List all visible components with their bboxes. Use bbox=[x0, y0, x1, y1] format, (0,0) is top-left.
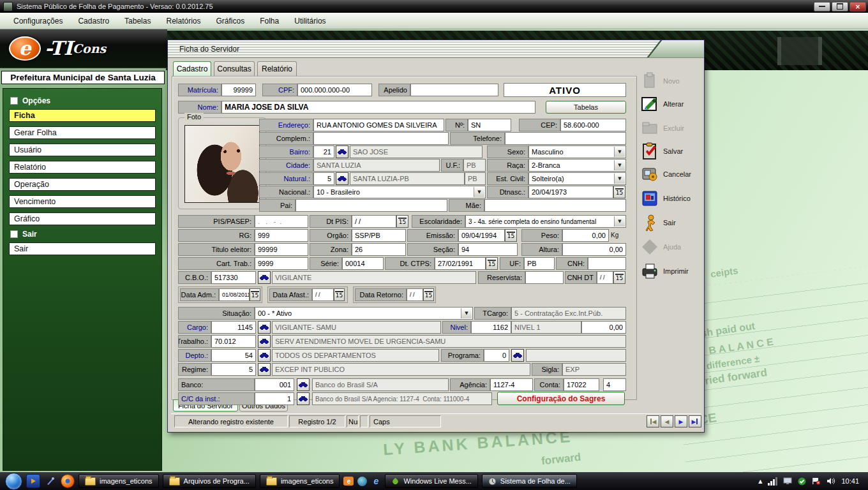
dtnasc-calendar-button[interactable]: 15 bbox=[613, 186, 625, 198]
network-signal-icon[interactable] bbox=[768, 477, 777, 486]
salvar-button[interactable]: Salvar bbox=[641, 141, 702, 161]
close-button[interactable]: × bbox=[849, 2, 866, 11]
utrabalho-code-input[interactable]: 70.012 bbox=[211, 335, 256, 348]
titulo-input[interactable]: 99999 bbox=[255, 243, 308, 256]
programa-code-input[interactable]: 0 bbox=[484, 349, 509, 362]
nav-first-button[interactable]: ◀ bbox=[647, 415, 659, 427]
complem-input[interactable] bbox=[313, 132, 449, 145]
natural-code-input[interactable]: 5 bbox=[313, 172, 334, 185]
peso-input[interactable]: 0,00 bbox=[562, 229, 609, 242]
taskbar-button-imagens2[interactable]: imagens_eticons bbox=[260, 474, 340, 488]
estcivil-select[interactable]: Solteiro(a) ▼ bbox=[528, 172, 626, 185]
volume-icon[interactable] bbox=[827, 477, 835, 485]
orgao-input[interactable]: SSP/PB bbox=[352, 229, 406, 242]
depto-lookup-button[interactable] bbox=[258, 349, 271, 362]
cargo-code-input[interactable]: 1145 bbox=[211, 321, 256, 334]
show-hidden-icons[interactable]: ▲ bbox=[758, 479, 762, 484]
cbo-code-input[interactable]: 517330 bbox=[211, 271, 256, 284]
emule-icon[interactable]: e bbox=[343, 477, 354, 486]
menu-tabelas[interactable]: Tabelas bbox=[117, 15, 158, 27]
apelido-input[interactable] bbox=[410, 84, 498, 96]
cbo-lookup-button[interactable] bbox=[258, 271, 271, 284]
taskbar-button-sistema[interactable]: Sistema de Folha de... bbox=[482, 474, 577, 488]
taskbar-button-imagens1[interactable]: imagens_eticons bbox=[79, 474, 159, 488]
paint-icon[interactable] bbox=[44, 475, 57, 487]
serie-input[interactable]: 00014 bbox=[342, 257, 384, 270]
endereco-input[interactable]: RUA ANTONIO GOMES DA SILVEIRA bbox=[313, 119, 444, 131]
mae-input[interactable] bbox=[484, 199, 626, 212]
internet-explorer-icon[interactable]: e bbox=[371, 477, 381, 486]
altura-input[interactable]: 0,00 bbox=[562, 243, 626, 256]
dtpis-calendar-button[interactable]: 15 bbox=[396, 215, 408, 228]
emissao-input[interactable]: 09/04/1994 bbox=[458, 229, 505, 242]
rg-input[interactable]: 999 bbox=[255, 229, 308, 242]
tab-cadastro[interactable]: Cadastro bbox=[173, 61, 211, 76]
programa-lookup-button[interactable] bbox=[511, 349, 524, 362]
chevron-down-icon[interactable]: ▼ bbox=[614, 147, 625, 157]
action-center-flag-icon[interactable] bbox=[812, 477, 821, 485]
menu-relatorios[interactable]: Relatórios bbox=[159, 15, 207, 27]
regime-code-input[interactable]: 5 bbox=[211, 363, 256, 376]
taskbar-button-messenger[interactable]: Windows Live Mess... bbox=[385, 474, 477, 488]
telefone-input[interactable] bbox=[505, 132, 626, 145]
zona-input[interactable]: 26 bbox=[352, 243, 406, 256]
dtctps-input[interactable]: 27/02/1991 bbox=[435, 257, 486, 270]
menu-graficos[interactable]: Gráficos bbox=[209, 15, 252, 27]
display-tray-icon[interactable] bbox=[783, 477, 792, 485]
nome-input[interactable]: MARIA JOSE DA SILVA bbox=[221, 101, 535, 114]
tweety-icon[interactable] bbox=[357, 477, 367, 486]
nav-last-button[interactable]: ▶ bbox=[689, 415, 701, 427]
escolaridade-select[interactable]: 3 - 4a. série completa do ensino fundame… bbox=[465, 215, 626, 228]
pispasep-input[interactable]: . . - . bbox=[255, 215, 308, 228]
reservista-input[interactable] bbox=[525, 271, 564, 284]
cancelar-button[interactable]: Cancelar bbox=[641, 164, 702, 184]
sidebar-item-grafico[interactable]: Gráfico bbox=[9, 212, 156, 225]
dataadm-calendar-button[interactable]: 15 bbox=[250, 288, 260, 301]
tab-relatorio[interactable]: Relatório bbox=[257, 61, 297, 76]
cnhdt-input[interactable]: / / bbox=[597, 271, 613, 284]
dataretorno-input[interactable]: / / bbox=[407, 288, 423, 301]
nivel-code-input[interactable]: 1162 bbox=[471, 321, 511, 334]
banco-code-input[interactable]: 001 bbox=[255, 378, 294, 391]
tab-consultas[interactable]: Consultas bbox=[214, 61, 255, 76]
cep-input[interactable]: 58.600-000 bbox=[560, 119, 626, 131]
chevron-down-icon[interactable]: ▼ bbox=[614, 174, 625, 184]
ccinst-code-input[interactable]: 1 bbox=[255, 392, 294, 405]
sair-button[interactable]: Sair bbox=[641, 212, 702, 233]
start-button[interactable] bbox=[5, 473, 22, 490]
dialog-titlebar[interactable]: Ficha do Servidor bbox=[168, 40, 704, 58]
bairro-lookup-button[interactable] bbox=[336, 145, 348, 158]
chevron-down-icon[interactable]: ▼ bbox=[461, 308, 472, 318]
sidebar-item-usuario[interactable]: Usuário bbox=[9, 144, 156, 156]
sidebar-item-ficha[interactable]: Ficha bbox=[9, 109, 156, 122]
security-ok-icon[interactable] bbox=[798, 477, 806, 486]
taskbar-clock[interactable]: 10:41 bbox=[841, 477, 863, 485]
agencia-input[interactable]: 1127-4 bbox=[490, 378, 533, 391]
cnh-input[interactable] bbox=[588, 257, 626, 270]
dtnasc-input[interactable]: 20/04/1973 bbox=[528, 186, 613, 198]
sagres-button[interactable]: Configuração do Sagres bbox=[497, 392, 625, 405]
menu-cadastro[interactable]: Cadastro bbox=[71, 15, 116, 27]
alterar-button[interactable]: Alterar bbox=[641, 94, 702, 114]
ufctps-input[interactable]: PB bbox=[524, 257, 555, 270]
media-player-icon[interactable] bbox=[26, 474, 40, 488]
utrabalho-lookup-button[interactable] bbox=[258, 335, 271, 348]
numero-input[interactable]: SN bbox=[468, 119, 511, 131]
sidebar-item-operacao[interactable]: Operação bbox=[9, 178, 156, 191]
raca-select[interactable]: 2-Branca ▼ bbox=[528, 159, 626, 172]
taskbar-button-arquivos[interactable]: Arquivos de Progra... bbox=[163, 474, 256, 488]
secao-input[interactable]: 94 bbox=[458, 243, 518, 256]
historico-button[interactable]: Histórico bbox=[641, 188, 702, 209]
chevron-down-icon[interactable]: ▼ bbox=[614, 216, 625, 226]
ccinst-lookup-button[interactable] bbox=[297, 392, 310, 405]
menu-configuracoes[interactable]: Configurações bbox=[6, 15, 70, 27]
banco-lookup-button[interactable] bbox=[297, 378, 310, 391]
restore-button[interactable] bbox=[832, 2, 848, 11]
regime-lookup-button[interactable] bbox=[258, 363, 271, 376]
conta-dv-input[interactable]: 4 bbox=[603, 378, 626, 391]
menu-utilitarios[interactable]: Utilitários bbox=[287, 15, 333, 27]
cnhdt-calendar-button[interactable]: 15 bbox=[613, 271, 625, 284]
cpf-input[interactable]: 000.000.000-00 bbox=[297, 84, 372, 96]
tabelas-button[interactable]: Tabelas bbox=[546, 101, 626, 114]
pai-input[interactable] bbox=[296, 199, 447, 212]
